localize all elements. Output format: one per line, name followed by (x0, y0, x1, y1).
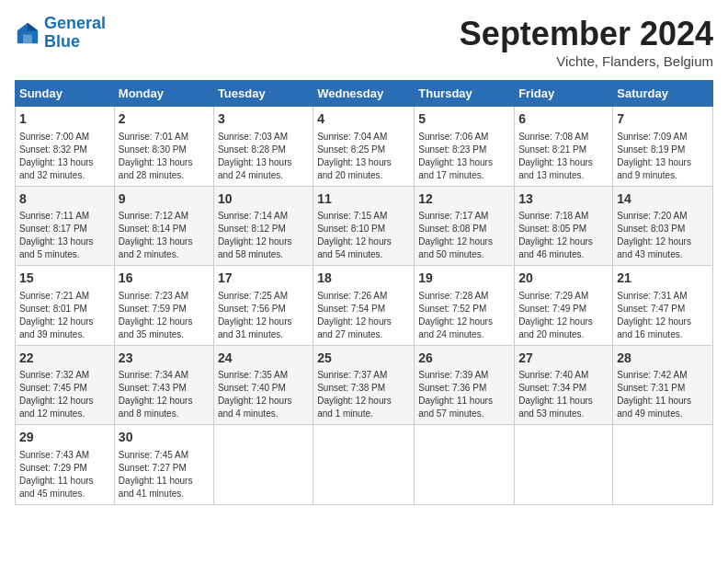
day-number: 29 (19, 429, 110, 447)
day-info: Sunrise: 7:43 AM Sunset: 7:29 PM Dayligh… (19, 449, 110, 500)
day-cell-13: 13Sunrise: 7:18 AM Sunset: 8:05 PM Dayli… (515, 186, 613, 266)
day-number: 11 (317, 190, 410, 209)
calendar-header: SundayMondayTuesdayWednesdayThursdayFrid… (16, 81, 713, 107)
day-info: Sunrise: 7:15 AM Sunset: 8:10 PM Dayligh… (317, 210, 410, 261)
day-cell-22: 22Sunrise: 7:32 AM Sunset: 7:45 PM Dayli… (16, 345, 115, 425)
day-info: Sunrise: 7:03 AM Sunset: 8:28 PM Dayligh… (218, 131, 309, 182)
day-info: Sunrise: 7:28 AM Sunset: 7:52 PM Dayligh… (418, 290, 510, 341)
day-info: Sunrise: 7:42 AM Sunset: 7:31 PM Dayligh… (617, 369, 709, 420)
week-row-5: 29Sunrise: 7:43 AM Sunset: 7:29 PM Dayli… (16, 425, 713, 505)
day-number: 18 (317, 270, 410, 288)
day-number: 22 (19, 350, 110, 368)
logo-icon (15, 20, 40, 46)
day-cell-29: 29Sunrise: 7:43 AM Sunset: 7:29 PM Dayli… (16, 425, 115, 505)
empty-cell (313, 425, 415, 505)
location-subtitle: Vichte, Flanders, Belgium (460, 53, 713, 69)
header-day-wednesday: Wednesday (313, 81, 415, 107)
day-info: Sunrise: 7:18 AM Sunset: 8:05 PM Dayligh… (518, 210, 609, 261)
week-row-1: 1Sunrise: 7:00 AM Sunset: 8:32 PM Daylig… (16, 107, 713, 187)
day-cell-2: 2Sunrise: 7:01 AM Sunset: 8:30 PM Daylig… (114, 107, 213, 187)
day-cell-6: 6Sunrise: 7:08 AM Sunset: 8:21 PM Daylig… (515, 107, 613, 187)
day-cell-18: 18Sunrise: 7:26 AM Sunset: 7:54 PM Dayli… (313, 266, 415, 346)
day-cell-10: 10Sunrise: 7:14 AM Sunset: 8:12 PM Dayli… (213, 186, 313, 266)
svg-marker-1 (28, 23, 38, 30)
day-info: Sunrise: 7:26 AM Sunset: 7:54 PM Dayligh… (317, 290, 410, 341)
day-cell-30: 30Sunrise: 7:45 AM Sunset: 7:27 PM Dayli… (114, 425, 213, 505)
header-day-sunday: Sunday (16, 81, 115, 107)
day-number: 30 (119, 429, 210, 447)
empty-cell (613, 425, 713, 505)
day-number: 13 (518, 190, 609, 209)
day-number: 20 (518, 270, 609, 288)
week-row-3: 15Sunrise: 7:21 AM Sunset: 8:01 PM Dayli… (16, 266, 713, 346)
day-number: 6 (518, 110, 609, 129)
day-number: 23 (119, 350, 210, 368)
day-info: Sunrise: 7:37 AM Sunset: 7:38 PM Dayligh… (317, 369, 410, 420)
day-cell-20: 20Sunrise: 7:29 AM Sunset: 7:49 PM Dayli… (515, 266, 613, 346)
day-info: Sunrise: 7:12 AM Sunset: 8:14 PM Dayligh… (119, 210, 210, 261)
empty-cell (515, 425, 613, 505)
day-number: 28 (617, 350, 709, 368)
day-info: Sunrise: 7:04 AM Sunset: 8:25 PM Dayligh… (317, 131, 410, 182)
day-number: 24 (218, 350, 309, 368)
header-day-thursday: Thursday (415, 81, 515, 107)
logo-text: General Blue (44, 15, 106, 52)
day-number: 1 (19, 110, 110, 129)
day-cell-7: 7Sunrise: 7:09 AM Sunset: 8:19 PM Daylig… (613, 107, 713, 187)
day-number: 9 (119, 190, 210, 209)
day-number: 27 (518, 350, 609, 368)
day-cell-25: 25Sunrise: 7:37 AM Sunset: 7:38 PM Dayli… (313, 345, 415, 425)
calendar-body: 1Sunrise: 7:00 AM Sunset: 8:32 PM Daylig… (16, 107, 713, 505)
day-number: 2 (119, 110, 210, 129)
day-info: Sunrise: 7:29 AM Sunset: 7:49 PM Dayligh… (518, 290, 609, 341)
day-info: Sunrise: 7:09 AM Sunset: 8:19 PM Dayligh… (617, 131, 709, 182)
day-info: Sunrise: 7:21 AM Sunset: 8:01 PM Dayligh… (19, 290, 110, 341)
day-info: Sunrise: 7:31 AM Sunset: 7:47 PM Dayligh… (617, 290, 709, 341)
header-day-tuesday: Tuesday (213, 81, 313, 107)
day-number: 10 (218, 190, 309, 209)
logo-line2: Blue (44, 32, 80, 51)
day-number: 17 (218, 270, 309, 288)
day-cell-17: 17Sunrise: 7:25 AM Sunset: 7:56 PM Dayli… (213, 266, 313, 346)
day-info: Sunrise: 7:00 AM Sunset: 8:32 PM Dayligh… (19, 131, 110, 182)
day-number: 4 (317, 110, 410, 129)
day-cell-21: 21Sunrise: 7:31 AM Sunset: 7:47 PM Dayli… (613, 266, 713, 346)
day-info: Sunrise: 7:20 AM Sunset: 8:03 PM Dayligh… (617, 210, 709, 261)
day-cell-5: 5Sunrise: 7:06 AM Sunset: 8:23 PM Daylig… (415, 107, 515, 187)
day-cell-3: 3Sunrise: 7:03 AM Sunset: 8:28 PM Daylig… (213, 107, 313, 187)
header-row: SundayMondayTuesdayWednesdayThursdayFrid… (16, 81, 713, 107)
page-header: General Blue September 2024 Vichte, Flan… (15, 15, 713, 69)
title-block: September 2024 Vichte, Flanders, Belgium (460, 15, 713, 69)
day-info: Sunrise: 7:01 AM Sunset: 8:30 PM Dayligh… (119, 131, 210, 182)
day-cell-27: 27Sunrise: 7:40 AM Sunset: 7:34 PM Dayli… (515, 345, 613, 425)
day-cell-11: 11Sunrise: 7:15 AM Sunset: 8:10 PM Dayli… (313, 186, 415, 266)
day-cell-4: 4Sunrise: 7:04 AM Sunset: 8:25 PM Daylig… (313, 107, 415, 187)
header-day-friday: Friday (515, 81, 613, 107)
day-number: 26 (418, 350, 510, 368)
empty-cell (213, 425, 313, 505)
day-info: Sunrise: 7:40 AM Sunset: 7:34 PM Dayligh… (518, 369, 609, 420)
svg-rect-2 (23, 34, 32, 43)
day-cell-23: 23Sunrise: 7:34 AM Sunset: 7:43 PM Dayli… (114, 345, 213, 425)
week-row-4: 22Sunrise: 7:32 AM Sunset: 7:45 PM Dayli… (16, 345, 713, 425)
day-info: Sunrise: 7:25 AM Sunset: 7:56 PM Dayligh… (218, 290, 309, 341)
day-info: Sunrise: 7:08 AM Sunset: 8:21 PM Dayligh… (518, 131, 609, 182)
day-number: 8 (19, 190, 110, 209)
day-info: Sunrise: 7:14 AM Sunset: 8:12 PM Dayligh… (218, 210, 309, 261)
day-cell-19: 19Sunrise: 7:28 AM Sunset: 7:52 PM Dayli… (415, 266, 515, 346)
day-number: 15 (19, 270, 110, 288)
day-info: Sunrise: 7:11 AM Sunset: 8:17 PM Dayligh… (19, 210, 110, 261)
day-cell-28: 28Sunrise: 7:42 AM Sunset: 7:31 PM Dayli… (613, 345, 713, 425)
logo-line1: General (44, 14, 106, 32)
day-info: Sunrise: 7:34 AM Sunset: 7:43 PM Dayligh… (119, 369, 210, 420)
day-cell-12: 12Sunrise: 7:17 AM Sunset: 8:08 PM Dayli… (415, 186, 515, 266)
day-cell-26: 26Sunrise: 7:39 AM Sunset: 7:36 PM Dayli… (415, 345, 515, 425)
day-cell-9: 9Sunrise: 7:12 AM Sunset: 8:14 PM Daylig… (114, 186, 213, 266)
day-info: Sunrise: 7:23 AM Sunset: 7:59 PM Dayligh… (119, 290, 210, 341)
header-day-saturday: Saturday (613, 81, 713, 107)
day-number: 14 (617, 190, 709, 209)
week-row-2: 8Sunrise: 7:11 AM Sunset: 8:17 PM Daylig… (16, 186, 713, 266)
day-cell-8: 8Sunrise: 7:11 AM Sunset: 8:17 PM Daylig… (16, 186, 115, 266)
day-number: 3 (218, 110, 309, 129)
day-number: 5 (418, 110, 510, 129)
